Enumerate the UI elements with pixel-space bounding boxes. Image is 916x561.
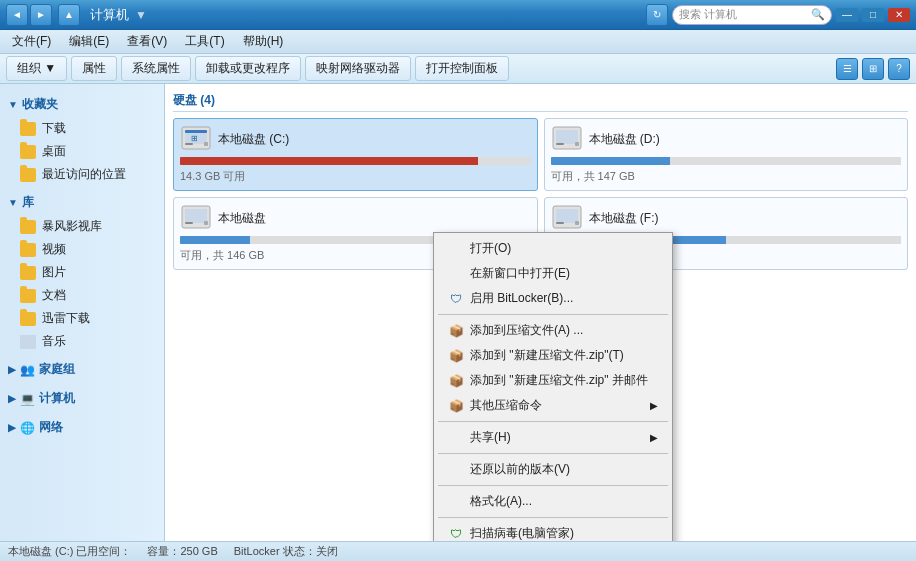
status-item-1: 本地磁盘 (C:) 已用空间： (8, 544, 131, 559)
sidebar-section-homegroup: ▶ 👥 家庭组 (0, 357, 164, 382)
svg-rect-16 (556, 222, 564, 224)
title-bar-left: ◄ ► ▲ 计算机 ▼ (6, 4, 147, 26)
search-placeholder: 搜索 计算机 (679, 7, 737, 22)
ctx-share-icon (448, 430, 464, 446)
status-bar: 本地磁盘 (C:) 已用空间： 容量：250 GB BitLocker 状态：关… (0, 541, 916, 561)
ctx-share[interactable]: 共享(H) ▶ (434, 425, 672, 450)
svg-rect-8 (556, 143, 564, 145)
music-icon (20, 335, 36, 349)
sidebar-homegroup-header[interactable]: ▶ 👥 家庭组 (0, 357, 164, 382)
ctx-virus-icon: 🛡 (448, 526, 464, 542)
sidebar-item-images[interactable]: 图片 (0, 261, 164, 284)
ctx-add-zip[interactable]: 📦 添加到压缩文件(A) ... (434, 318, 672, 343)
svg-text:⊞: ⊞ (191, 134, 198, 143)
sidebar-item-baofeng[interactable]: 暴风影视库 (0, 215, 164, 238)
path-separator: ▼ (135, 8, 147, 22)
svg-rect-17 (575, 221, 579, 225)
view-toggle-btn[interactable]: ☰ (836, 58, 858, 80)
view-details-btn[interactable]: ⊞ (862, 58, 884, 80)
toolbar-organize[interactable]: 组织 ▼ (6, 56, 67, 81)
disk-item-c[interactable]: ⊞ 本地磁盘 (C:) 14.3 GB 可用 (173, 118, 538, 191)
disk-c-bar-container (180, 157, 531, 165)
sidebar-item-xunlei[interactable]: 迅雷下载 (0, 307, 164, 330)
menu-help[interactable]: 帮助(H) (235, 31, 292, 52)
images-icon (20, 266, 36, 280)
sidebar-section-library: ▼ 库 暴风影视库 视频 图片 文档 迅雷下载 (0, 190, 164, 353)
disk-e-bar (180, 236, 250, 244)
disk-item-d[interactable]: 本地磁盘 (D:) 可用，共 147 GB (544, 118, 909, 191)
xunlei-icon (20, 312, 36, 326)
disk-c-label: 本地磁盘 (C:) (218, 131, 289, 148)
toolbar-uninstall[interactable]: 卸载或更改程序 (195, 56, 301, 81)
sidebar: ▼ 收藏夹 下载 桌面 最近访问的位置 ▼ 库 (0, 84, 165, 541)
ctx-sep-4 (438, 485, 668, 486)
network-icon: 🌐 (20, 421, 35, 435)
minimize-button[interactable]: — (836, 8, 858, 22)
close-button[interactable]: ✕ (888, 8, 910, 22)
network-label: 网络 (39, 419, 63, 436)
search-box[interactable]: 搜索 计算机 🔍 (672, 5, 832, 25)
svg-rect-4 (204, 142, 208, 146)
toolbar-map-drive[interactable]: 映射网络驱动器 (305, 56, 411, 81)
back-button[interactable]: ◄ (6, 4, 28, 26)
ctx-compress-icon: 📦 (448, 398, 464, 414)
disk-f-header: 本地磁盘 (F:) (551, 204, 902, 232)
toolbar-system-props[interactable]: 系统属性 (121, 56, 191, 81)
up-button[interactable]: ▲ (58, 4, 80, 26)
ctx-sep-5 (438, 517, 668, 518)
ctx-bitlocker[interactable]: 🛡 启用 BitLocker(B)... (434, 286, 672, 311)
menu-file[interactable]: 文件(F) (4, 31, 59, 52)
menu-bar: 文件(F) 编辑(E) 查看(V) 工具(T) 帮助(H) (0, 30, 916, 54)
toolbar-control-panel[interactable]: 打开控制面板 (415, 56, 509, 81)
sidebar-item-music[interactable]: 音乐 (0, 330, 164, 353)
sidebar-item-docs[interactable]: 文档 (0, 284, 164, 307)
ctx-format[interactable]: 格式化(A)... (434, 489, 672, 514)
toolbar-properties[interactable]: 属性 (71, 56, 117, 81)
maximize-button[interactable]: □ (862, 8, 884, 22)
menu-tools[interactable]: 工具(T) (177, 31, 232, 52)
help-btn[interactable]: ? (888, 58, 910, 80)
disk-d-icon (551, 125, 583, 153)
svg-rect-9 (575, 142, 579, 146)
refresh-button[interactable]: ↻ (646, 4, 668, 26)
hard-disk-section-header: 硬盘 (4) (173, 92, 908, 112)
sidebar-computer-header[interactable]: ▶ 💻 计算机 (0, 386, 164, 411)
title-bar-right: ↻ 搜索 计算机 🔍 — □ ✕ (646, 4, 910, 26)
ctx-zip-icon: 📦 (448, 323, 464, 339)
svg-rect-3 (185, 143, 193, 145)
ctx-open-new-window[interactable]: 在新窗口中打开(E) (434, 261, 672, 286)
forward-button[interactable]: ► (30, 4, 52, 26)
status-item-3: BitLocker 状态：关闭 (234, 544, 338, 559)
menu-edit[interactable]: 编辑(E) (61, 31, 117, 52)
search-icon[interactable]: 🔍 (811, 8, 825, 21)
sidebar-item-video[interactable]: 视频 (0, 238, 164, 261)
ctx-open[interactable]: 打开(O) (434, 236, 672, 261)
favorites-arrow-icon: ▼ (8, 99, 18, 110)
docs-icon (20, 289, 36, 303)
disk-e-label: 本地磁盘 (218, 210, 266, 227)
ctx-scan-virus[interactable]: 🛡 扫描病毒(电脑管家) (434, 521, 672, 541)
menu-view[interactable]: 查看(V) (119, 31, 175, 52)
sidebar-item-desktop[interactable]: 桌面 (0, 140, 164, 163)
sidebar-section-computer: ▶ 💻 计算机 (0, 386, 164, 411)
svg-rect-15 (556, 209, 578, 223)
title-bar: ◄ ► ▲ 计算机 ▼ ↻ 搜索 计算机 🔍 — □ ✕ (0, 0, 916, 30)
computer-arrow-icon: ▶ (8, 393, 16, 404)
svg-rect-13 (204, 221, 208, 225)
downloads-icon (20, 122, 36, 136)
sidebar-network-header[interactable]: ▶ 🌐 网络 (0, 415, 164, 440)
ctx-restore-prev[interactable]: 还原以前的版本(V) (434, 457, 672, 482)
ctx-other-compress[interactable]: 📦 其他压缩命令 ▶ (434, 393, 672, 418)
library-label: 库 (22, 194, 34, 211)
recent-icon (20, 168, 36, 182)
disk-d-bar (551, 157, 670, 165)
content-area: 硬盘 (4) ⊞ 本地磁盘 (C:) (165, 84, 916, 541)
sidebar-item-downloads[interactable]: 下载 (0, 117, 164, 140)
computer-label: 计算机 (39, 390, 75, 407)
computer-icon: 💻 (20, 392, 35, 406)
sidebar-item-recent[interactable]: 最近访问的位置 (0, 163, 164, 186)
ctx-add-zip-new[interactable]: 📦 添加到 "新建压缩文件.zip"(T) (434, 343, 672, 368)
sidebar-favorites-header[interactable]: ▼ 收藏夹 (0, 92, 164, 117)
sidebar-library-header[interactable]: ▼ 库 (0, 190, 164, 215)
ctx-add-zip-email[interactable]: 📦 添加到 "新建压缩文件.zip" 并邮件 (434, 368, 672, 393)
